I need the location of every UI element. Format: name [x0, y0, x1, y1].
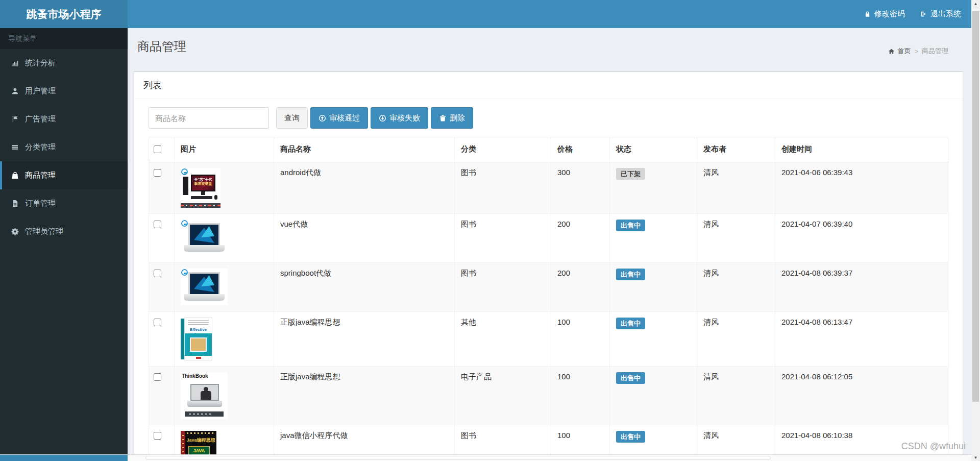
gear-icon — [11, 228, 19, 235]
sidebar-item-label: 商品管理 — [25, 171, 56, 180]
status-badge: 出售中 — [616, 431, 645, 443]
col-header-status: 状态 — [610, 137, 697, 162]
sidebar-item-label: 管理员管理 — [25, 227, 63, 236]
col-header-price: 价格 — [551, 137, 610, 162]
product-name: vue代做 — [274, 214, 455, 263]
app-brand[interactable]: 跳蚤市场小程序 — [0, 0, 128, 28]
row-checkbox[interactable] — [154, 432, 161, 440]
table-row: Effective Java 正版java编程思想 其他 100 出售中 清风 … — [149, 312, 948, 367]
select-all-checkbox[interactable] — [154, 145, 161, 153]
scroll-down-arrow-icon[interactable]: ▼ — [971, 454, 980, 461]
approve-button[interactable]: 审核通过 — [310, 107, 368, 129]
shopping-bag-icon — [11, 172, 19, 179]
reject-button[interactable]: 审核失败 — [371, 107, 428, 129]
sidebar-item-label: 广告管理 — [25, 114, 56, 124]
sidebar-item-label: 订单管理 — [25, 199, 56, 208]
product-photo-dell-laptop — [181, 220, 228, 256]
table-row: ThinkBook 正版java编程思想 电子产品 100 出售中 — [149, 367, 948, 425]
delete-button[interactable]: 删除 — [431, 107, 473, 129]
sidebar-item-label: 用户管理 — [25, 86, 56, 96]
product-publisher: 清风 — [697, 367, 775, 425]
product-photo-thinkbook-laptop: ThinkBook — [181, 372, 228, 419]
sidebar-item-users[interactable]: 用户管理 — [0, 77, 128, 105]
list-icon — [11, 143, 19, 151]
laptop-base — [184, 294, 225, 301]
product-publisher: 清风 — [697, 214, 775, 263]
book-spine — [181, 319, 184, 359]
sidebar-item-orders[interactable]: 订单管理 — [0, 189, 128, 217]
product-price: 200 — [551, 214, 610, 263]
laptop-base — [187, 401, 222, 407]
product-category: 电子产品 — [455, 367, 551, 425]
table-row: springboot代做 图书 200 出售中 清风 2021-04-08 06… — [149, 263, 948, 312]
csdn-watermark: CSDN @wfuhui — [901, 441, 966, 452]
laptop-screen — [188, 223, 220, 245]
col-header-name: 商品名称 — [274, 137, 455, 162]
top-navbar: 跳蚤市场小程序 修改密码 退出系统 — [0, 0, 971, 28]
filter-toolbar: 查询 审核通过 审核失败 删除 — [149, 107, 948, 129]
status-badge: 出售中 — [616, 220, 645, 231]
sidebar-item-products[interactable]: 商品管理 — [0, 161, 128, 189]
laptop-screen — [190, 384, 219, 401]
breadcrumb-separator: > — [914, 47, 918, 55]
sidebar: 导航菜单 统计分析 用户管理 广告管理 分类管理 商品管理 订单管理 管理员管理 — [0, 28, 128, 455]
product-photo-dell-desktop: 全“芯”十代 极速双硬盘 — [181, 168, 220, 208]
product-category: 图书 — [455, 263, 551, 312]
dell-logo-icon — [181, 168, 188, 175]
vertical-scrollbar-thumb[interactable] — [972, 11, 979, 402]
table-header-row: 图片 商品名称 分类 价格 状态 发布者 创建时间 — [149, 137, 948, 162]
logout-label: 退出系统 — [930, 9, 961, 19]
flag-icon — [11, 115, 19, 123]
scroll-up-arrow-icon[interactable]: ▲ — [971, 0, 980, 7]
breadcrumb-current: 商品管理 — [922, 46, 948, 56]
sidebar-item-statistics[interactable]: 统计分析 — [0, 49, 128, 77]
row-checkbox[interactable] — [154, 270, 161, 277]
vertical-scrollbar[interactable]: ▲ ▼ — [971, 0, 980, 461]
circle-arrow-down-icon — [379, 114, 386, 122]
sidebar-item-admins[interactable]: 管理员管理 — [0, 217, 128, 246]
photo-banner — [185, 411, 224, 417]
select-all-cell — [149, 137, 175, 162]
products-table: 图片 商品名称 分类 价格 状态 发布者 创建时间 — [149, 137, 948, 461]
pc-keyboard — [191, 196, 212, 199]
dell-logo-icon — [181, 220, 188, 227]
horizontal-scrollbar-thumb[interactable] — [145, 456, 771, 460]
pc-monitor: 全“芯”十代 极速双硬盘 — [191, 175, 215, 191]
bar-chart-icon — [11, 59, 19, 67]
status-badge: 已下架 — [616, 168, 645, 180]
horizontal-scrollbar[interactable] — [0, 454, 971, 461]
row-checkbox[interactable] — [154, 373, 161, 381]
product-price: 200 — [551, 263, 610, 312]
product-category: 图书 — [455, 162, 551, 214]
change-password-link[interactable]: 修改密码 — [864, 9, 905, 19]
product-name-search-input[interactable] — [149, 107, 269, 129]
sidebar-item-categories[interactable]: 分类管理 — [0, 133, 128, 161]
product-created: 2021-04-08 06:39:37 — [775, 263, 948, 312]
home-icon — [888, 48, 895, 55]
sidebar-header: 导航菜单 — [0, 28, 128, 49]
logout-link[interactable]: 退出系统 — [920, 9, 961, 19]
sidebar-item-label: 统计分析 — [25, 58, 56, 68]
lock-icon — [864, 11, 871, 17]
row-checkbox[interactable] — [154, 221, 161, 228]
dell-logo-icon — [181, 269, 188, 276]
query-button[interactable]: 查询 — [276, 107, 308, 129]
breadcrumb-home-link[interactable]: 首页 — [888, 46, 911, 56]
trash-icon — [439, 114, 447, 122]
table-row: vue代做 图书 200 出售中 清风 2021-04-07 06:39:40 — [149, 214, 948, 263]
pc-mouse — [214, 195, 217, 200]
user-icon — [11, 87, 19, 95]
sign-out-icon — [920, 11, 927, 17]
col-header-created: 创建时间 — [775, 137, 948, 162]
document-icon — [11, 200, 19, 207]
product-name: 正版java编程思想 — [274, 367, 455, 425]
row-checkbox[interactable] — [154, 169, 161, 177]
row-checkbox[interactable] — [154, 319, 161, 326]
product-created: 2021-04-08 06:12:05 — [775, 367, 948, 425]
breadcrumb: 首页 > 商品管理 — [888, 46, 948, 56]
product-publisher: 清风 — [697, 162, 775, 214]
book-cover: Effective Java — [184, 318, 212, 360]
product-category: 其他 — [455, 312, 551, 367]
sidebar-item-ads[interactable]: 广告管理 — [0, 105, 128, 133]
content-area: 商品管理 首页 > 商品管理 列表 查询 审核通过 — [128, 28, 971, 455]
